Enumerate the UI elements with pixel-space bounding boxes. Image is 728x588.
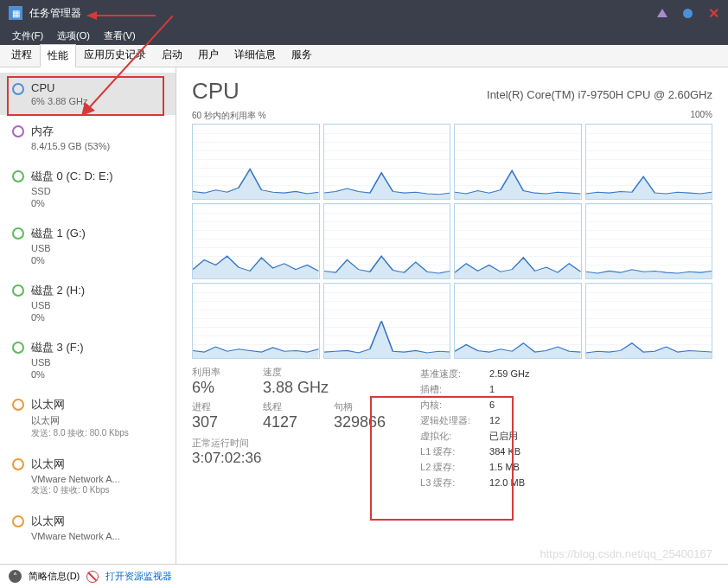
footer: ˄ 简略信息(D) 打开资源监视器 (0, 564, 728, 588)
sidebar-item-disk3[interactable]: 磁盘 3 (F:) USB 0% (0, 331, 176, 388)
cpu-core-chart (454, 283, 582, 359)
app-icon: ▦ (9, 6, 22, 20)
tab-startup[interactable]: 启动 (154, 43, 190, 67)
cpu-core-chart (454, 124, 582, 200)
cpu-core-chart (585, 283, 713, 359)
sidebar-item-eth0[interactable]: 以太网 以太网 发送: 8.0 接收: 80.0 Kbps (0, 388, 176, 448)
sidebar-disk3-title: 磁盘 3 (F:) (31, 340, 169, 355)
thread-value: 4127 (263, 413, 315, 431)
tab-users[interactable]: 用户 (190, 43, 227, 67)
disk-ring-icon (12, 284, 24, 297)
resource-monitor-link[interactable]: 打开资源监视器 (105, 570, 172, 583)
sidebar-eth0-detail: 发送: 8.0 接收: 80.0 Kbps (31, 427, 169, 439)
tabbar: 进程 性能 应用历史记录 启动 用户 详细信息 服务 (0, 45, 728, 67)
cpu-core-chart (585, 124, 713, 200)
handle-value: 329866 (334, 413, 386, 431)
chart-label: 60 秒内的利用率 % (192, 110, 266, 122)
tab-details[interactable]: 详细信息 (227, 43, 284, 67)
sidebar-item-memory[interactable]: 内存 8.4/15.9 GB (53%) (0, 115, 176, 160)
sidebar-disk2-sub: USB (31, 300, 169, 310)
sidebar: CPU 6% 3.88 GHz 内存 8.4/15.9 GB (53%) 磁盘 … (0, 67, 176, 564)
sidebar-disk2-pct: 0% (31, 312, 169, 323)
sidebar-eth1-sub: VMware Network A... (31, 474, 169, 484)
sidebar-disk3-sub: USB (31, 357, 169, 368)
sidebar-disk1-sub: USB (31, 243, 169, 253)
sidebar-disk1-pct: 0% (31, 255, 169, 265)
sidebar-item-eth1[interactable]: 以太网 VMware Network A... 发送: 0 接收: 0 Kbps (0, 448, 176, 505)
minimize-icon[interactable] (657, 9, 667, 17)
sidebar-mem-title: 内存 (31, 124, 169, 139)
window-title: 任务管理器 (29, 6, 81, 21)
cpu-core-chart (323, 124, 451, 200)
disk-ring-icon (12, 170, 24, 182)
menu-options[interactable]: 选项(O) (52, 28, 95, 44)
cpu-chart-grid (192, 124, 712, 359)
sidebar-eth0-title: 以太网 (31, 397, 169, 412)
titlebar: ▦ 任务管理器 ✕ (0, 0, 728, 26)
brief-info-link[interactable]: 简略信息(D) (29, 570, 80, 583)
handle-label: 句柄 (334, 400, 386, 413)
close-icon[interactable]: ✕ (708, 5, 719, 22)
sidebar-eth2-sub: VMware Network A... (31, 531, 169, 541)
menubar: 文件(F) 选项(O) 查看(V) (0, 26, 728, 45)
ethernet-ring-icon (12, 399, 24, 411)
sidebar-item-disk1[interactable]: 磁盘 1 (G:) USB 0% (0, 217, 176, 274)
sidebar-disk2-title: 磁盘 2 (H:) (31, 283, 169, 298)
sidebar-disk3-pct: 0% (31, 369, 169, 380)
tab-app-history[interactable]: 应用历史记录 (76, 43, 154, 67)
maximize-icon[interactable] (683, 9, 693, 18)
sidebar-mem-sub: 8.4/15.9 GB (53%) (31, 141, 169, 151)
cpu-core-chart (585, 203, 713, 279)
ethernet-ring-icon (12, 515, 24, 527)
proc-value: 307 (192, 413, 244, 431)
sidebar-disk0-sub: SSD (31, 186, 169, 196)
sidebar-item-disk2[interactable]: 磁盘 2 (H:) USB 0% (0, 274, 176, 331)
cpu-model: Intel(R) Core(TM) i7-9750H CPU @ 2.60GHz (487, 88, 712, 101)
sidebar-eth0-sub: 以太网 (31, 414, 169, 427)
uptime-value: 3:07:02:36 (192, 450, 386, 467)
performance-content: CPU Intel(R) Core(TM) i7-9750H CPU @ 2.6… (176, 67, 728, 564)
sidebar-disk1-title: 磁盘 1 (G:) (31, 226, 169, 241)
cpu-core-chart (323, 283, 451, 359)
speed-label: 速度 (263, 366, 329, 379)
cpu-core-chart (192, 124, 320, 200)
sidebar-item-disk0[interactable]: 磁盘 0 (C: D: E:) SSD 0% (0, 160, 176, 217)
sidebar-eth1-detail: 发送: 0 接收: 0 Kbps (31, 484, 169, 496)
disk-ring-icon (12, 342, 24, 354)
speed-value: 3.88 GHz (263, 379, 329, 397)
proc-label: 进程 (192, 400, 244, 413)
tab-processes[interactable]: 进程 (3, 43, 40, 67)
menu-file[interactable]: 文件(F) (7, 28, 48, 44)
memory-ring-icon (12, 125, 24, 137)
sidebar-cpu-sub: 6% 3.88 GHz (31, 96, 169, 106)
sidebar-eth2-title: 以太网 (31, 514, 169, 529)
cpu-core-chart (192, 203, 320, 279)
cpu-heading: CPU (192, 78, 239, 105)
collapse-icon[interactable]: ˄ (9, 570, 22, 583)
sidebar-item-eth2[interactable]: 以太网 VMware Network A... (0, 505, 176, 550)
menu-view[interactable]: 查看(V) (99, 28, 141, 44)
sidebar-item-cpu[interactable]: CPU 6% 3.88 GHz (0, 73, 176, 115)
forbidden-icon (86, 571, 99, 583)
tab-performance[interactable]: 性能 (40, 44, 76, 67)
cpu-core-chart (323, 203, 451, 279)
cpu-spec-table: 基准速度:2.59 GHz 插槽:1 内核:6 逻辑处理器:12 虚拟化:已启用… (420, 366, 529, 490)
ethernet-ring-icon (12, 458, 24, 470)
main-area: CPU 6% 3.88 GHz 内存 8.4/15.9 GB (53%) 磁盘 … (0, 67, 728, 564)
cpu-ring-icon (12, 83, 24, 95)
cpu-core-chart (192, 283, 320, 359)
chart-max: 100% (690, 110, 712, 122)
uptime-label: 正常运行时间 (192, 437, 386, 450)
util-value: 6% (192, 379, 244, 397)
thread-label: 线程 (263, 400, 315, 413)
window-controls: ✕ (657, 5, 719, 22)
cpu-core-chart (454, 203, 582, 279)
disk-ring-icon (12, 227, 24, 240)
cpu-stats: 利用率 6% 速度 3.88 GHz 进程 307 线程 412 (192, 366, 712, 490)
tab-services[interactable]: 服务 (284, 43, 320, 67)
util-label: 利用率 (192, 366, 244, 379)
sidebar-eth1-title: 以太网 (31, 457, 169, 472)
sidebar-disk0-title: 磁盘 0 (C: D: E:) (31, 169, 169, 184)
sidebar-cpu-title: CPU (31, 81, 169, 94)
sidebar-disk0-pct: 0% (31, 198, 169, 208)
